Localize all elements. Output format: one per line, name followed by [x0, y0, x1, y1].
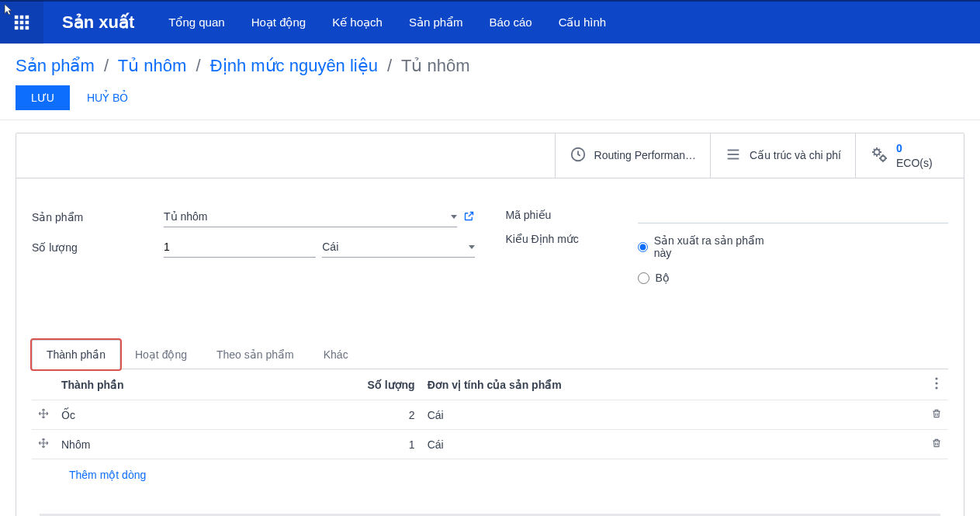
nav-item-reporting[interactable]: Báo cáo: [479, 9, 543, 36]
chevron-down-icon: [469, 245, 475, 249]
svg-point-14: [881, 156, 885, 161]
discard-button[interactable]: HUỶ BỎ: [78, 85, 137, 110]
nav-item-products[interactable]: Sản phẩm: [398, 9, 474, 36]
product-field: Sản phẩm Tủ nhôm: [32, 206, 475, 227]
bom-type-label: Kiểu Định mức: [506, 233, 638, 245]
form-sheet: Routing Performan… Cấu trúc và chi phí 0…: [16, 133, 964, 516]
th-quantity[interactable]: Số lượng: [313, 369, 421, 400]
quantity-field: Số lượng Cái: [32, 237, 475, 258]
th-component[interactable]: Thành phần: [55, 369, 313, 400]
tabs: Thành phần Hoạt động Theo sản phẩm Khác: [32, 340, 948, 369]
nav-item-planning[interactable]: Kế hoạch: [321, 9, 393, 36]
svg-point-13: [874, 150, 880, 155]
svg-rect-0: [15, 16, 19, 19]
svg-point-17: [935, 386, 937, 389]
gears-icon: [870, 145, 888, 166]
trash-icon: [931, 408, 942, 419]
cell-uom[interactable]: Cái: [421, 400, 925, 430]
quantity-unit-select[interactable]: Cái: [322, 237, 474, 258]
status-label: 0ECO(s): [896, 141, 933, 169]
routing-performance-button[interactable]: Routing Performan…: [555, 133, 711, 178]
svg-rect-5: [26, 21, 29, 25]
tab-operations[interactable]: Hoạt động: [120, 340, 202, 369]
reference-field: Mã phiếu: [506, 206, 949, 223]
svg-rect-6: [15, 26, 19, 30]
nav-item-configuration[interactable]: Cấu hình: [548, 9, 618, 36]
drag-handle[interactable]: [32, 430, 55, 459]
app-title: Sản xuất: [43, 12, 158, 33]
breadcrumb: Sản phẩm / Tủ nhôm / Định mức nguyên liệ…: [16, 56, 964, 76]
quantity-input[interactable]: [164, 237, 316, 258]
product-label: Sản phẩm: [32, 211, 164, 223]
reference-label: Mã phiếu: [506, 209, 638, 221]
bom-type-radio-kit[interactable]: Bộ: [638, 272, 770, 284]
svg-rect-8: [26, 26, 29, 30]
breadcrumb-current: Tủ nhôm: [401, 56, 470, 75]
delete-row-button[interactable]: [925, 430, 948, 459]
chevron-down-icon: [451, 215, 457, 219]
trash-icon: [931, 438, 942, 448]
drag-handle[interactable]: [32, 400, 55, 430]
th-uom[interactable]: Đơn vị tính của sản phẩm: [421, 369, 925, 400]
breadcrumb-sep: /: [192, 56, 206, 75]
table-row[interactable]: Nhôm1Cái: [32, 430, 948, 459]
structure-cost-button[interactable]: Cấu trúc và chi phí: [710, 133, 855, 178]
tab-other[interactable]: Khác: [309, 340, 363, 369]
move-icon: [38, 438, 49, 448]
svg-point-16: [935, 382, 937, 384]
move-icon: [38, 408, 49, 419]
tab-components[interactable]: Thành phần: [32, 340, 120, 369]
breadcrumb-link-product[interactable]: Tủ nhôm: [118, 56, 187, 75]
svg-rect-1: [20, 16, 24, 19]
product-select[interactable]: Tủ nhôm: [164, 206, 457, 227]
add-line-link[interactable]: Thêm một dòng: [32, 459, 948, 490]
breadcrumb-sep: /: [383, 56, 397, 75]
components-table-wrap: Thành phần Số lượng Đơn vị tính của sản …: [32, 369, 948, 516]
th-menu[interactable]: [925, 369, 948, 400]
cell-component[interactable]: Nhôm: [55, 430, 313, 459]
delete-row-button[interactable]: [925, 400, 948, 430]
nav-item-operations[interactable]: Hoạt động: [241, 9, 317, 36]
external-link-icon[interactable]: [463, 210, 475, 224]
page-header: Sản phẩm / Tủ nhôm / Định mức nguyên liệ…: [0, 43, 980, 120]
grid-icon: [13, 14, 30, 31]
bom-type-field: Kiểu Định mức Sản xuất ra sản phẩm này B…: [506, 233, 949, 284]
status-label: Routing Performan…: [594, 148, 697, 162]
quantity-label: Số lượng: [32, 241, 164, 254]
cursor-pointer-icon: [0, 2, 14, 21]
list-icon: [725, 146, 742, 165]
svg-rect-3: [15, 21, 19, 25]
nav-items: Tổng quan Hoạt động Kế hoạch Sản phẩm Bá…: [158, 9, 617, 36]
svg-rect-4: [20, 21, 24, 25]
clock-icon: [570, 146, 587, 165]
table-row[interactable]: Ốc2Cái: [32, 400, 948, 430]
status-bar: Routing Performan… Cấu trúc và chi phí 0…: [16, 133, 964, 178]
bom-type-radio-manufacture[interactable]: Sản xuất ra sản phẩm này: [638, 234, 770, 259]
svg-point-15: [935, 377, 937, 379]
nav-item-overview[interactable]: Tổng quan: [158, 9, 235, 36]
breadcrumb-link-bom[interactable]: Định mức nguyên liệu: [210, 56, 378, 75]
breadcrumb-sep: /: [99, 56, 113, 75]
save-button[interactable]: LƯU: [16, 85, 70, 110]
top-navbar: Sản xuất Tổng quan Hoạt động Kế hoạch Sả…: [0, 0, 980, 43]
cell-quantity[interactable]: 2: [313, 400, 421, 430]
svg-rect-7: [20, 26, 24, 30]
svg-rect-2: [26, 16, 29, 19]
action-buttons: LƯU HUỶ BỎ: [16, 85, 964, 110]
reference-input[interactable]: [638, 206, 949, 223]
kebab-icon: [935, 377, 938, 390]
components-table: Thành phần Số lượng Đơn vị tính của sản …: [32, 369, 948, 459]
breadcrumb-link-products[interactable]: Sản phẩm: [16, 56, 95, 75]
tab-by-products[interactable]: Theo sản phẩm: [202, 340, 309, 369]
eco-button[interactable]: 0ECO(s): [855, 133, 964, 178]
status-label: Cấu trúc và chi phí: [750, 148, 841, 162]
cell-uom[interactable]: Cái: [421, 430, 925, 459]
cell-component[interactable]: Ốc: [55, 400, 313, 430]
cell-quantity[interactable]: 1: [313, 430, 421, 459]
